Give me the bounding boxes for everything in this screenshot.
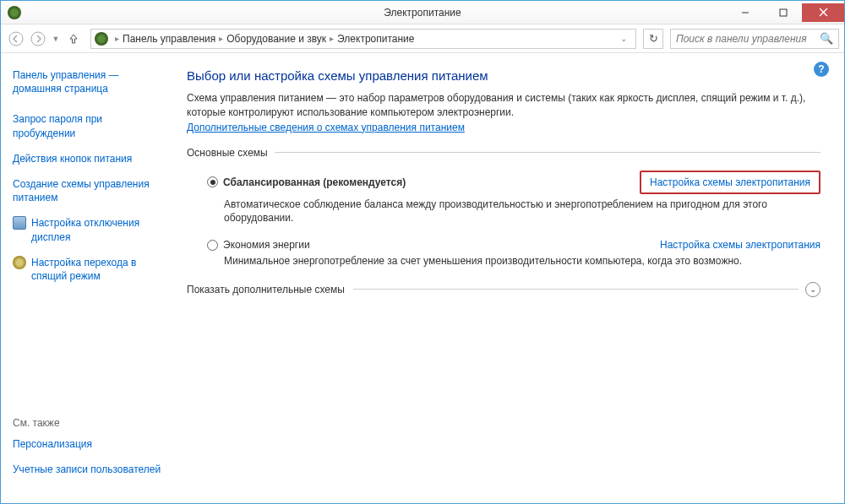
sidebar-link-buttons[interactable]: Действия кнопок питания [13,152,166,165]
section-basic-plans: Основные схемы [187,147,820,159]
help-icon[interactable]: ? [814,62,829,77]
section-title: Основные схемы [187,147,268,159]
plan-radio-energy-saver[interactable]: Экономия энергии [207,239,310,251]
window-controls [726,3,844,22]
plan-description: Минимальное энергопотребление за счет ум… [224,254,820,268]
breadcrumb-item[interactable]: Панель управления [123,33,215,45]
plan-radio-balanced[interactable]: Сбалансированная (рекомендуется) [207,176,406,188]
sidebar-item-label: Настройка перехода в спящий режим [31,256,166,283]
titlebar: Электропитание [1,1,844,24]
see-also-heading: См. также [13,417,166,429]
search-box[interactable]: 🔍 [670,29,839,49]
chevron-right-icon: ▸ [115,34,119,43]
sidebar-see-also: См. также Персонализация Учетные записи … [13,417,166,488]
plan-description: Автоматическое соблюдение баланса между … [224,198,820,226]
search-input[interactable] [676,33,820,45]
sidebar-link-user-accounts[interactable]: Учетные записи пользователей [13,463,166,476]
divider [275,152,820,153]
forward-button[interactable] [28,29,48,49]
sidebar-item-label: Настройка отключения дисплея [31,216,166,243]
svg-rect-1 [780,9,787,16]
breadcrumb-item[interactable]: Оборудование и звук [226,33,326,45]
divider [353,289,799,290]
sidebar-link-create-plan[interactable]: Создание схемы управления питанием [13,177,166,204]
radio-icon [207,240,218,251]
expand-additional-plans[interactable]: Показать дополнительные схемы ⌄ [187,282,820,297]
navbar: ▼ ▸ Панель управления ▸ Оборудование и з… [1,24,844,53]
refresh-button[interactable]: ↻ [643,29,663,49]
breadcrumb-item[interactable]: Электропитание [337,33,414,45]
svg-point-5 [31,32,45,46]
breadcrumb-icon [95,32,108,46]
sidebar-link-display-off[interactable]: Настройка отключения дисплея [13,216,166,243]
main-content: ? Выбор или настройка схемы управления п… [178,53,844,503]
plan-name: Экономия энергии [223,239,310,251]
expand-label: Показать дополнительные схемы [187,284,345,295]
more-info-link[interactable]: Дополнительные сведения о схемах управле… [187,122,465,133]
sidebar-link-password[interactable]: Запрос пароля при пробуждении [13,112,166,139]
history-dropdown[interactable]: ▼ [50,29,62,49]
up-button[interactable] [63,29,84,49]
plan-name: Сбалансированная (рекомендуется) [223,176,406,188]
breadcrumb-dropdown[interactable]: ⌄ [615,34,632,43]
page-description: Схема управления питанием — это набор па… [187,91,820,120]
maximize-button[interactable] [764,3,802,22]
power-icon [13,256,26,269]
sidebar-home-link[interactable]: Панель управления — домашняя страница [13,68,166,95]
back-button[interactable] [6,29,26,49]
radio-icon [207,176,218,187]
plan-settings-link[interactable]: Настройка схемы электропитания [640,171,820,194]
monitor-icon [13,216,26,230]
sidebar: Панель управления — домашняя страница За… [1,53,178,503]
sidebar-link-sleep[interactable]: Настройка перехода в спящий режим [13,256,166,283]
close-button[interactable] [802,3,844,22]
plan-energy-saver: Экономия энергии Настройка схемы электро… [207,239,820,268]
plan-settings-link[interactable]: Настройка схемы электропитания [660,239,820,251]
app-icon [8,6,21,19]
chevron-down-icon: ⌄ [805,282,820,297]
page-title: Выбор или настройка схемы управления пит… [187,68,820,83]
chevron-right-icon: ▸ [219,34,223,43]
minimize-button[interactable] [726,3,764,22]
search-icon[interactable]: 🔍 [820,32,833,45]
breadcrumb[interactable]: ▸ Панель управления ▸ Оборудование и зву… [90,29,636,49]
window-title: Электропитание [384,7,461,19]
body: Панель управления — домашняя страница За… [1,53,844,503]
sidebar-link-personalization[interactable]: Персонализация [13,437,166,451]
plan-balanced: Сбалансированная (рекомендуется) Настрой… [207,171,820,226]
svg-point-4 [9,32,23,46]
chevron-right-icon: ▸ [330,34,334,43]
